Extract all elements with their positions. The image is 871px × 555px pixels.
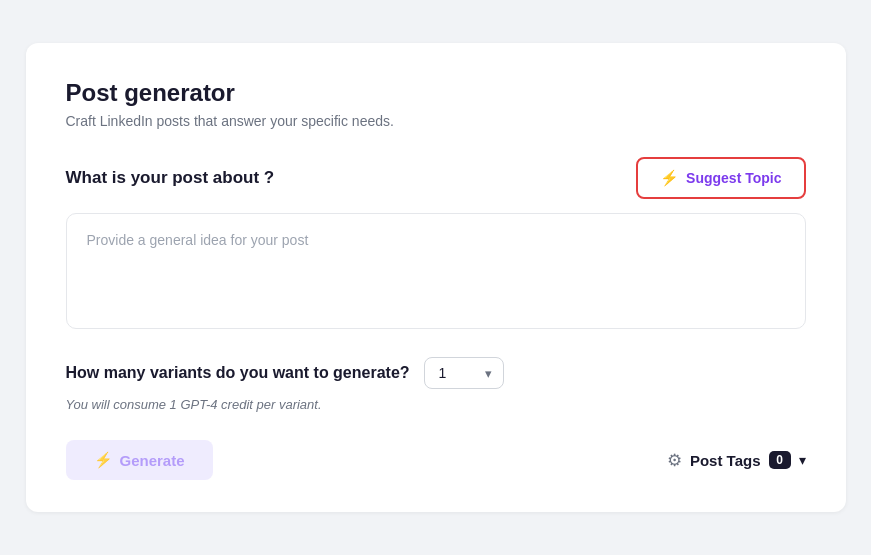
generate-label: Generate bbox=[120, 452, 185, 469]
post-tags-chevron-icon: ▾ bbox=[799, 452, 806, 468]
post-idea-container bbox=[66, 213, 806, 329]
post-tags-badge: 0 bbox=[769, 451, 791, 469]
generate-lightning-icon: ⚡ bbox=[94, 451, 113, 469]
post-tags-label: Post Tags bbox=[690, 452, 761, 469]
variants-row: How many variants do you want to generat… bbox=[66, 357, 806, 389]
generate-button[interactable]: ⚡ Generate bbox=[66, 440, 213, 480]
variants-select-wrapper: 1 2 3 4 5 ▾ bbox=[424, 357, 504, 389]
main-card: Post generator Craft LinkedIn posts that… bbox=[26, 43, 846, 512]
suggest-topic-label: Suggest Topic bbox=[686, 170, 781, 186]
suggest-topic-button[interactable]: ⚡ Suggest Topic bbox=[636, 157, 805, 199]
page-subtitle: Craft LinkedIn posts that answer your sp… bbox=[66, 113, 806, 129]
credit-note: You will consume 1 GPT-4 credit per vari… bbox=[66, 397, 806, 412]
variants-label: How many variants do you want to generat… bbox=[66, 364, 410, 382]
section-label: What is your post about ? bbox=[66, 168, 275, 188]
post-idea-input[interactable] bbox=[87, 232, 785, 306]
lightning-icon: ⚡ bbox=[660, 169, 679, 187]
gear-icon: ⚙ bbox=[667, 450, 682, 471]
page-title: Post generator bbox=[66, 79, 806, 107]
post-tags-row[interactable]: ⚙ Post Tags 0 ▾ bbox=[667, 450, 806, 471]
variants-select[interactable]: 1 2 3 4 5 bbox=[424, 357, 504, 389]
section-header: What is your post about ? ⚡ Suggest Topi… bbox=[66, 157, 806, 199]
bottom-row: ⚡ Generate ⚙ Post Tags 0 ▾ bbox=[66, 440, 806, 480]
